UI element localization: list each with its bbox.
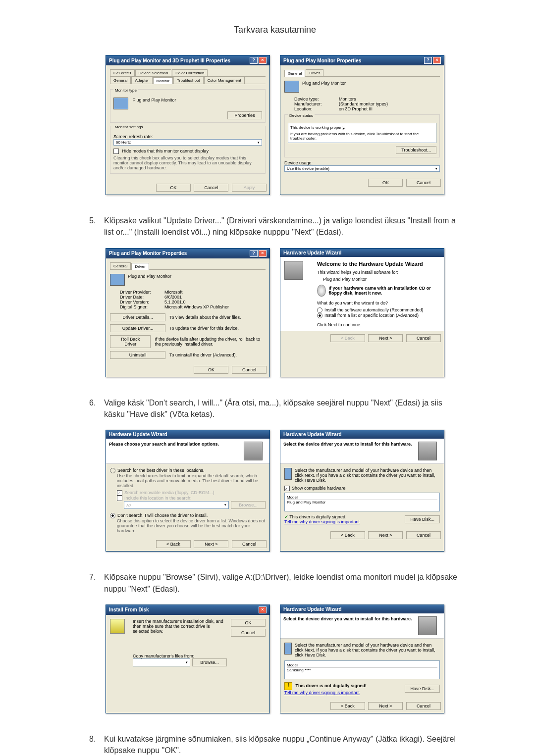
help-icon[interactable]: ? <box>250 250 258 257</box>
back-button[interactable]: < Back <box>330 531 365 539</box>
next-button[interactable]: Next > <box>368 531 403 539</box>
driver-details-button[interactable]: Driver Details... <box>110 313 165 321</box>
refresh-rate-select[interactable]: 60 Hertz▾ <box>113 139 262 146</box>
titlebar-text: Hardware Update Wizard <box>283 250 342 255</box>
titlebar-text: Plug and Play Monitor and 3D Prophet III… <box>109 58 230 63</box>
copy-path-select[interactable]: ▾ <box>133 658 190 666</box>
tab-general[interactable]: General <box>284 70 305 77</box>
titlebar-text: Plug and Play Monitor Properties <box>283 58 361 63</box>
cancel-button[interactable]: Cancel <box>406 531 441 539</box>
have-disk-button[interactable]: Have Disk... <box>405 515 440 523</box>
hardware-icon <box>244 442 263 460</box>
tab-adapter[interactable]: Adapter <box>131 77 152 84</box>
copy-from-label: Copy manufacturer's files from: <box>133 654 227 658</box>
model-column-header: Model <box>287 495 437 500</box>
wizard-line: This wizard helps you install software f… <box>317 270 440 275</box>
have-disk-button[interactable]: Have Disk... <box>405 685 440 693</box>
model-row[interactable]: Samsung **** <box>287 668 437 672</box>
back-button[interactable]: < Back <box>156 540 191 548</box>
cancel-button[interactable]: Cancel <box>406 179 441 187</box>
chk-label: Include this location in the search: <box>124 496 192 501</box>
browse-button: Browse... <box>231 501 266 509</box>
monitor-icon <box>110 274 125 286</box>
next-button[interactable]: Next > <box>368 334 403 342</box>
step-text: Klõpsake nuppu "Browse" (Sirvi), valige … <box>104 571 461 594</box>
next-button[interactable]: Next > <box>368 702 403 710</box>
update-driver-button[interactable]: Update Driver... <box>110 324 165 332</box>
troubleshoot-button[interactable]: Troubleshoot... <box>396 146 436 154</box>
chevron-down-icon: ▾ <box>258 141 260 145</box>
model-row[interactable]: Plug and Play Monitor <box>287 500 437 504</box>
driver-signing-link[interactable]: Tell me why driver signing is important <box>284 519 360 524</box>
tab-troubleshoot[interactable]: Troubleshoot <box>173 77 203 84</box>
tab-driver[interactable]: Driver <box>306 69 323 76</box>
titlebar-text: Install From Disk <box>109 607 149 612</box>
hide-modes-description: Clearing this check box allows you to se… <box>113 155 262 170</box>
cancel-button[interactable]: Cancel <box>231 629 266 637</box>
driver-signing-link[interactable]: Tell me why driver signing is important <box>284 690 360 695</box>
warning-icon: ! <box>284 682 292 690</box>
browse-button[interactable]: Browse... <box>192 658 227 666</box>
button-description: If the device fails after updating the d… <box>155 337 266 347</box>
uninstall-button[interactable]: Uninstall <box>110 351 165 359</box>
monitor-icon <box>284 643 292 655</box>
tab-monitor[interactable]: Monitor <box>153 77 173 84</box>
wizard-headline: Welcome to the Hardware Update Wizard <box>317 261 440 267</box>
tab-general[interactable]: General <box>110 262 131 269</box>
properties-button[interactable]: Properties <box>227 111 262 119</box>
step-text: Valige käsk "Don't search, I will..." (Ä… <box>104 397 461 420</box>
apply-button: Apply <box>232 184 267 192</box>
tab-geforce3[interactable]: GeForce3 <box>110 69 135 76</box>
hide-modes-checkbox[interactable] <box>113 149 119 154</box>
radio-search[interactable] <box>110 468 115 473</box>
wizard-headline: Please choose your search and installati… <box>109 442 219 447</box>
step-text: Klõpsake valikut "Update Driver..." (Dra… <box>104 215 461 238</box>
cancel-button[interactable]: Cancel <box>194 184 228 192</box>
chk-label: Search removable media (floppy, CD-ROM..… <box>124 490 214 495</box>
close-icon[interactable]: × <box>259 57 267 64</box>
tab-color-correction[interactable]: Color Correction <box>172 69 208 76</box>
ok-button[interactable]: OK <box>368 179 403 187</box>
cancel-button[interactable]: Cancel <box>232 366 267 374</box>
cancel-button[interactable]: Cancel <box>406 702 441 710</box>
ok-button[interactable]: OK <box>231 619 266 627</box>
chk-show-compatible[interactable] <box>284 486 290 491</box>
radio-label: Install the software automatically (Reco… <box>324 307 424 312</box>
radio-list[interactable] <box>317 313 322 318</box>
monitor-icon <box>113 98 128 109</box>
chevron-down-icon: ▾ <box>186 660 188 664</box>
row-label: Location: <box>294 106 339 111</box>
button-description: To uninstall the driver (Advanced). <box>169 353 237 357</box>
help-icon[interactable]: ? <box>424 57 432 64</box>
row-value: on 3D Prophet III <box>339 106 373 111</box>
radio-dont-search[interactable] <box>110 513 115 518</box>
tab-device-selection[interactable]: Device Selection <box>135 69 172 76</box>
radio-auto[interactable] <box>317 307 322 313</box>
tab-driver[interactable]: Driver <box>131 263 149 270</box>
ok-button[interactable]: OK <box>156 184 191 192</box>
cancel-button[interactable]: Cancel <box>406 334 441 342</box>
next-button[interactable]: Next > <box>194 540 228 548</box>
tab-general[interactable]: General <box>110 77 131 84</box>
wizard-cta: Click Next to continue. <box>317 322 440 327</box>
help-icon[interactable]: ? <box>250 57 258 64</box>
step-number: 6. <box>89 397 104 420</box>
row-value: Microsoft Windows XP Publisher <box>164 304 229 309</box>
signed-message: This driver is digitally signed. <box>289 514 346 519</box>
device-usage-select[interactable]: Use this device (enable)▾ <box>284 165 440 172</box>
close-icon[interactable]: × <box>433 57 441 64</box>
ok-button[interactable]: OK <box>194 366 228 374</box>
floppy-disk-icon <box>110 619 125 634</box>
close-icon[interactable]: × <box>259 606 267 613</box>
rollback-driver-button[interactable]: Roll Back Driver <box>110 335 151 348</box>
radio-label: Search for the best driver in these loca… <box>117 468 205 473</box>
radio-label: Install from a list or specific location… <box>324 313 419 318</box>
wizard-headline: Select the device driver you want to ins… <box>283 442 412 447</box>
back-button[interactable]: < Back <box>330 702 365 710</box>
hardware-icon <box>418 442 437 460</box>
close-icon[interactable]: × <box>259 250 267 257</box>
cd-hint: If your hardware came with an installati… <box>329 286 440 296</box>
tab-color-management[interactable]: Color Management <box>204 77 245 84</box>
hardware-icon <box>418 616 437 635</box>
cancel-button[interactable]: Cancel <box>232 540 267 548</box>
